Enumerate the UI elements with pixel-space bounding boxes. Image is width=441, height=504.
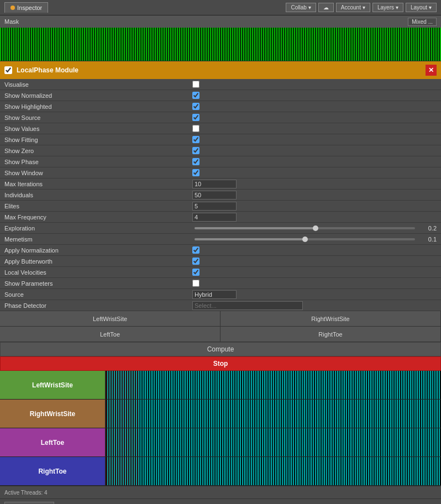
site-btn-leftwristsite[interactable]: LeftWristSite: [0, 311, 221, 326]
channel-row-rightwristsite: RightWristSite: [0, 400, 441, 428]
module-enable-checkbox[interactable]: [4, 66, 12, 74]
prop-row-show-parameters: Show Parameters: [0, 278, 441, 289]
prop-label-phase-detector: Phase Detector: [4, 302, 192, 309]
slider-row-memetism: Memetism 0.1: [0, 234, 441, 245]
prop-input-source[interactable]: [192, 290, 237, 299]
channel-row-leftwristsite: LeftWristSite: [0, 371, 441, 400]
channel-label-righttoe[interactable]: RightToe: [0, 457, 106, 485]
mixed-button[interactable]: Mixed ...: [408, 18, 437, 26]
prop-checkbox-apply-butterworth[interactable]: [192, 258, 200, 265]
slider-thumb-exploration[interactable]: [313, 225, 318, 231]
prop-row-max-frequency: Max Frequency: [0, 212, 441, 223]
prop-label-show-window: Show Window: [4, 170, 192, 176]
channel-label-leftwristsite[interactable]: LeftWristSite: [0, 371, 106, 399]
layers-button[interactable]: Layers: [372, 3, 403, 12]
channel-name-righttoe: RightToe: [38, 468, 66, 475]
prop-label-max-iterations: Max Iterations: [4, 181, 192, 187]
compute-button[interactable]: Compute: [0, 342, 441, 356]
site-btn-righttoe[interactable]: RightToe: [221, 327, 441, 342]
slider-track-exploration[interactable]: [195, 227, 415, 229]
collab-button[interactable]: Collab: [286, 3, 316, 12]
wave-cyan-leftwristsite: [106, 371, 441, 399]
prop-row-source: Source: [0, 289, 441, 300]
sites-row-2: LeftToe RightToe: [0, 327, 441, 342]
prop-label-source: Source: [4, 291, 192, 298]
prop-checkbox-show-parameters[interactable]: [192, 280, 200, 287]
prop-label-show-values: Show Values: [4, 125, 192, 132]
prop-checkbox-local-velocities[interactable]: [192, 269, 200, 276]
prop-row-apply-normalization: Apply Normalization: [0, 245, 441, 256]
prop-checkbox-show-highlighted[interactable]: [192, 103, 200, 110]
prop-label-show-normalized: Show Normalized: [4, 92, 192, 99]
prop-checkbox-show-values[interactable]: [192, 125, 200, 132]
module-close-button[interactable]: ✕: [426, 65, 437, 76]
prop-input-phase-detector[interactable]: [192, 301, 303, 310]
slider-fill-exploration: [195, 227, 316, 229]
slider-thumb-memetism[interactable]: [302, 237, 308, 242]
prop-row-max-iterations: Max Iterations: [0, 179, 441, 190]
mask-label: Mask: [4, 18, 19, 25]
prop-label-show-fitting: Show Fitting: [4, 136, 192, 143]
prop-checkbox-show-normalized[interactable]: [192, 92, 200, 99]
wave-cyan-rightwristsite: [106, 400, 441, 428]
prop-row-show-values: Show Values: [0, 123, 441, 134]
channel-name-lefttoe: LeftToe: [41, 439, 64, 447]
prop-label-individuals: Individuals: [4, 192, 192, 198]
channel-label-lefttoe[interactable]: LeftToe: [0, 428, 106, 456]
tab-inspector[interactable]: Inspector: [4, 2, 48, 13]
prop-row-show-window: Show Window: [0, 167, 441, 179]
site-btn-rightwristsite[interactable]: RightWristSite: [221, 311, 441, 326]
prop-checkbox-show-fitting[interactable]: [192, 136, 200, 143]
prop-label-elites: Elites: [4, 203, 192, 209]
prop-label-apply-normalization: Apply Normalization: [4, 247, 192, 254]
tab-dot: [11, 6, 15, 10]
wave-cyan-lefttoe: [106, 428, 441, 456]
prop-input-individuals[interactable]: [192, 191, 237, 200]
channel-row-lefttoe: LeftToe: [0, 428, 441, 457]
top-bar: Inspector Collab ☁ Account Layers Layout: [0, 0, 441, 15]
prop-row-visualise: Visualise: [0, 79, 441, 90]
stop-button[interactable]: Stop: [0, 356, 441, 371]
wave-cyan-righttoe: [106, 457, 441, 485]
prop-row-show-phase: Show Phase: [0, 156, 441, 167]
slider-label-memetism: Memetism: [4, 236, 192, 243]
prop-row-elites: Elites: [0, 201, 441, 212]
prop-input-max-iterations[interactable]: [192, 180, 237, 188]
prop-row-phase-detector: Phase Detector: [0, 300, 441, 311]
prop-checkbox-apply-normalization[interactable]: [192, 246, 200, 254]
channel-wave-righttoe: [106, 457, 441, 485]
site-btn-lefttoe[interactable]: LeftToe: [0, 327, 221, 342]
prop-label-show-phase: Show Phase: [4, 159, 192, 165]
prop-input-elites[interactable]: [192, 202, 237, 211]
add-module-button[interactable]: Add Module...: [4, 502, 54, 505]
prop-row-local-velocities: Local Velocities: [0, 267, 441, 278]
add-module-row: Add Module...: [0, 499, 441, 504]
cloud-button[interactable]: ☁: [318, 3, 334, 12]
prop-checkbox-show-source[interactable]: [192, 114, 200, 121]
prop-label-max-frequency: Max Frequency: [4, 214, 192, 221]
prop-input-max-frequency[interactable]: [192, 213, 237, 222]
active-threads-text: Active Threads: 4: [4, 490, 48, 496]
prop-row-show-fitting: Show Fitting: [0, 134, 441, 145]
prop-label-show-zero: Show Zero: [4, 148, 192, 154]
prop-row-show-source: Show Source: [0, 112, 441, 123]
channel-label-rightwristsite[interactable]: RightWristSite: [0, 400, 106, 428]
mask-waveform: [0, 28, 441, 61]
module-header: LocalPhase Module ✕: [0, 61, 441, 79]
prop-label-local-velocities: Local Velocities: [4, 269, 192, 276]
layout-button[interactable]: Layout: [406, 3, 437, 12]
account-button[interactable]: Account: [336, 3, 370, 12]
slider-label-exploration: Exploration: [4, 225, 192, 232]
tab-label: Inspector: [17, 4, 42, 11]
prop-label-apply-butterworth: Apply Butterworth: [4, 258, 192, 265]
slider-track-memetism[interactable]: [195, 238, 415, 240]
prop-checkbox-show-phase[interactable]: [192, 158, 200, 165]
slider-fill-memetism: [195, 238, 305, 240]
prop-checkbox-show-window[interactable]: [192, 169, 200, 176]
prop-checkbox-visualise[interactable]: [192, 81, 200, 88]
module-title: LocalPhase Module: [17, 66, 78, 74]
active-threads-bar: Active Threads: 4: [0, 486, 441, 499]
prop-label-show-source: Show Source: [4, 114, 192, 121]
prop-checkbox-show-zero[interactable]: [192, 147, 200, 154]
channel-name-rightwristsite: RightWristSite: [30, 410, 75, 418]
